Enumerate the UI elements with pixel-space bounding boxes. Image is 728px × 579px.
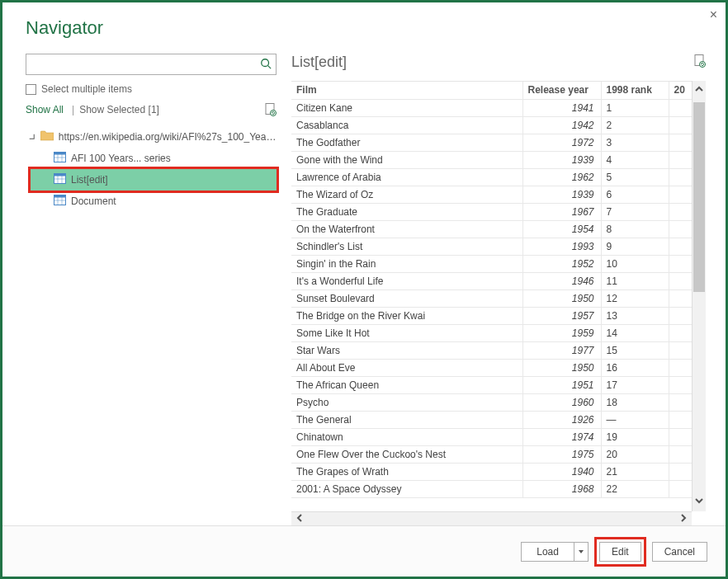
cell-extra bbox=[669, 255, 692, 272]
table-row[interactable]: The Bridge on the River Kwai195713 bbox=[291, 307, 692, 324]
col-1998-rank[interactable]: 1998 rank bbox=[601, 82, 669, 99]
svg-rect-10 bbox=[54, 174, 66, 177]
cell-film: Citizen Kane bbox=[291, 99, 522, 116]
table-row[interactable]: The Graduate19677 bbox=[291, 203, 692, 220]
cell-year: 1968 bbox=[522, 480, 601, 497]
cell-rank: 11 bbox=[601, 272, 669, 290]
close-icon[interactable]: × bbox=[710, 7, 717, 22]
tree-item-list-edit[interactable]: List[edit] bbox=[31, 169, 277, 191]
select-multiple-row[interactable]: Select multiple items bbox=[26, 83, 277, 95]
cell-film: The Graduate bbox=[291, 203, 522, 220]
table-row[interactable]: The General1926— bbox=[291, 411, 692, 428]
scroll-right-icon[interactable] bbox=[678, 513, 688, 525]
cell-year: 1939 bbox=[522, 186, 601, 203]
expand-icon[interactable] bbox=[29, 133, 37, 141]
cell-rank: 8 bbox=[601, 220, 669, 238]
table-row[interactable]: The African Queen195117 bbox=[291, 376, 692, 393]
cell-rank: 15 bbox=[601, 341, 669, 359]
table-row[interactable]: All About Eve195016 bbox=[291, 359, 692, 376]
table-row[interactable]: Gone with the Wind19394 bbox=[291, 151, 692, 168]
table-row[interactable]: Casablanca19422 bbox=[291, 116, 692, 134]
left-pane: Select multiple items Show All | Show Se… bbox=[2, 54, 291, 525]
cell-rank: — bbox=[601, 411, 669, 428]
table-row[interactable]: Some Like It Hot195914 bbox=[291, 324, 692, 341]
table-row[interactable]: Schindler's List19939 bbox=[291, 238, 692, 255]
cell-extra bbox=[669, 307, 692, 324]
table-row[interactable]: The Godfather19723 bbox=[291, 134, 692, 151]
cell-extra bbox=[669, 341, 692, 359]
cell-extra bbox=[669, 272, 692, 290]
table-row[interactable]: 2001: A Space Odyssey196822 bbox=[291, 480, 692, 497]
preview-title: List[edit] bbox=[291, 54, 347, 71]
horizontal-scrollbar[interactable] bbox=[291, 511, 692, 525]
cell-film: Lawrence of Arabia bbox=[291, 168, 522, 186]
tree-item-label: Document bbox=[71, 195, 116, 207]
table-row[interactable]: Singin' in the Rain195210 bbox=[291, 255, 692, 272]
scroll-left-icon[interactable] bbox=[295, 513, 305, 525]
cell-film: Star Wars bbox=[291, 341, 522, 359]
refresh-icon[interactable] bbox=[265, 103, 277, 116]
col-20-partial[interactable]: 20 bbox=[669, 82, 692, 99]
svg-line-1 bbox=[268, 66, 272, 69]
col-film[interactable]: Film bbox=[291, 82, 522, 99]
cell-year: 1950 bbox=[522, 359, 601, 376]
search-input[interactable] bbox=[26, 54, 277, 75]
cell-extra bbox=[669, 359, 692, 376]
table-row[interactable]: On the Waterfront19548 bbox=[291, 220, 692, 238]
cancel-button[interactable]: Cancel bbox=[652, 542, 707, 562]
cell-rank: 3 bbox=[601, 134, 669, 151]
cell-year: 1975 bbox=[522, 445, 601, 463]
load-button-split[interactable]: Load bbox=[521, 542, 589, 562]
scroll-down-icon[interactable] bbox=[694, 496, 704, 508]
cell-extra bbox=[669, 134, 692, 151]
tree-root[interactable]: https://en.wikipedia.org/wiki/AFI%27s_10… bbox=[26, 126, 277, 148]
cell-film: Psycho bbox=[291, 393, 522, 411]
cell-year: 1942 bbox=[522, 116, 601, 134]
cell-year: 1977 bbox=[522, 341, 601, 359]
edit-button[interactable]: Edit bbox=[599, 542, 641, 562]
table-row[interactable]: The Wizard of Oz19396 bbox=[291, 186, 692, 203]
table-row[interactable]: One Flew Over the Cuckoo's Nest197520 bbox=[291, 445, 692, 463]
table-row[interactable]: Star Wars197715 bbox=[291, 341, 692, 359]
table-row[interactable]: The Grapes of Wrath194021 bbox=[291, 463, 692, 480]
cell-extra bbox=[669, 445, 692, 463]
show-all-link[interactable]: Show All bbox=[26, 104, 64, 115]
table-row[interactable]: Citizen Kane19411 bbox=[291, 99, 692, 116]
cell-film: One Flew Over the Cuckoo's Nest bbox=[291, 445, 522, 463]
refresh-preview-icon[interactable] bbox=[694, 54, 706, 70]
load-dropdown-icon[interactable] bbox=[574, 542, 589, 562]
folder-icon bbox=[40, 130, 59, 144]
show-selected-link[interactable]: Show Selected [1] bbox=[79, 104, 159, 115]
table-row[interactable]: Lawrence of Arabia19625 bbox=[291, 168, 692, 186]
cell-year: 1946 bbox=[522, 272, 601, 290]
cell-year: 1954 bbox=[522, 220, 601, 238]
cell-extra bbox=[669, 186, 692, 203]
cell-extra bbox=[669, 151, 692, 168]
cell-rank: 1 bbox=[601, 99, 669, 116]
table-row[interactable]: Sunset Boulevard195012 bbox=[291, 290, 692, 307]
table-row[interactable]: Chinatown197419 bbox=[291, 428, 692, 445]
cell-rank: 13 bbox=[601, 307, 669, 324]
table-row[interactable]: Psycho196018 bbox=[291, 393, 692, 411]
cell-film: Casablanca bbox=[291, 116, 522, 134]
vertical-scrollbar[interactable] bbox=[692, 81, 706, 511]
tree-item-document[interactable]: Document bbox=[26, 191, 277, 212]
cell-extra bbox=[669, 99, 692, 116]
search-icon[interactable] bbox=[260, 58, 272, 69]
col-release-year[interactable]: Release year bbox=[522, 82, 601, 99]
cell-extra bbox=[669, 220, 692, 238]
cell-rank: 21 bbox=[601, 463, 669, 480]
table-icon bbox=[54, 152, 71, 165]
table-row[interactable]: It's a Wonderful Life194611 bbox=[291, 272, 692, 290]
tree-root-label: https://en.wikipedia.org/wiki/AFI%27s_10… bbox=[59, 131, 277, 143]
cell-film: The African Queen bbox=[291, 376, 522, 393]
load-button[interactable]: Load bbox=[521, 542, 574, 562]
scroll-thumb[interactable] bbox=[693, 102, 705, 292]
scroll-up-icon[interactable] bbox=[694, 84, 704, 96]
cell-extra bbox=[669, 238, 692, 255]
cell-film: On the Waterfront bbox=[291, 220, 522, 238]
cell-year: 1941 bbox=[522, 99, 601, 116]
table-icon bbox=[54, 173, 71, 186]
cell-rank: 7 bbox=[601, 203, 669, 220]
checkbox-icon[interactable] bbox=[26, 84, 36, 95]
